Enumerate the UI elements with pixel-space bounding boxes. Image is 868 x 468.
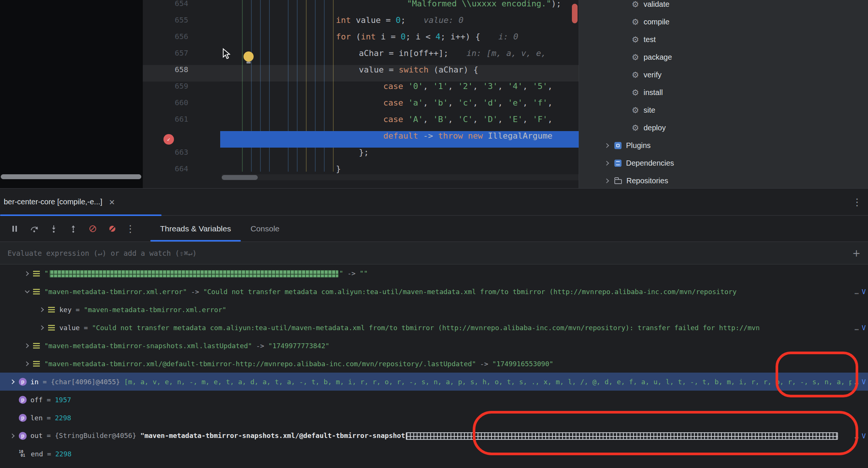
step-out-icon[interactable] <box>67 222 80 235</box>
line-number[interactable]: 657 <box>143 48 220 65</box>
maven-item-repositories[interactable]: Repositories <box>579 172 868 188</box>
code-line[interactable]: "Malformed \\uxxxx encoding."); <box>220 0 579 15</box>
line-number[interactable]: 655 <box>143 15 220 32</box>
error-stripe-mark[interactable] <box>572 4 578 23</box>
variable-row-error-key[interactable]: key = "maven-metadata-tbmirror.xml.error… <box>0 300 868 319</box>
line-number[interactable]: 659 <box>143 82 220 98</box>
code-line[interactable]: }; <box>220 148 579 164</box>
project-hscrollbar-thumb[interactable] <box>1 174 141 179</box>
view-link[interactable]: V <box>862 324 866 332</box>
line-number[interactable]: 660 <box>143 98 220 115</box>
code-line[interactable]: case 'A', 'B', 'C', 'D', 'E', 'F', <box>220 115 579 131</box>
chevron-right-icon[interactable] <box>7 427 19 445</box>
line-number[interactable]: 658 <box>143 65 220 82</box>
editor-hscrollbar-track[interactable] <box>222 174 579 180</box>
variable-row-in[interactable]: pin = {char[4096]@4055} [m, a, v, e, n, … <box>0 373 868 391</box>
text-segment: = <box>43 414 55 422</box>
add-watch-icon[interactable]: + <box>852 248 860 259</box>
chevron-right-icon[interactable] <box>7 373 19 391</box>
maven-item-dependencies[interactable]: Dependencies <box>579 154 868 172</box>
maven-item-plugins[interactable]: Plugins <box>579 137 868 154</box>
variable-row-off[interactable]: poff = 1957 <box>0 391 868 409</box>
code-line[interactable]: value = switch (aChar) { <box>220 65 579 82</box>
code-line[interactable]: case '0', '1', '2', '3', '4', '5', <box>220 82 579 98</box>
code-line[interactable]: case 'a', 'b', 'c', 'd', 'e', 'f', <box>220 98 579 115</box>
mute-breakpoints-icon[interactable] <box>86 222 99 235</box>
variable-row-hash-entry[interactable]: "" -> "" <box>0 264 868 282</box>
gear-icon: ⚙ <box>632 124 639 132</box>
code-line[interactable]: aChar = in[off++];in: [m, a, v, e, <box>220 48 579 65</box>
editor-hscrollbar-thumb[interactable] <box>222 175 258 180</box>
maven-item-site[interactable]: ⚙site <box>579 101 868 119</box>
variable-text: "maven-metadata-tbmirror.xml/@default-tb… <box>44 360 866 368</box>
line-number[interactable]: 654 <box>143 0 220 15</box>
breakpoints-muted-icon[interactable] <box>106 222 119 235</box>
variable-row-snapshots-lastupdated[interactable]: "maven-metadata-tbmirror-snapshots.xml.l… <box>0 337 868 355</box>
debug-panel: ber-center-core [compile,-e...] × ⋮ <box>0 188 868 468</box>
text-segment: 0 <box>401 32 405 41</box>
more-icon[interactable]: ⋮ <box>852 197 862 207</box>
more-icon[interactable]: ⋮ <box>126 224 135 234</box>
maven-item-compile[interactable]: ⚙compile <box>579 13 868 31</box>
chevron-right-icon[interactable] <box>21 337 33 355</box>
editor-pane[interactable]: 654655656657658659660661✓663664 "Malform… <box>143 0 579 188</box>
variable-row-default-tbmirror-lastupdated[interactable]: "maven-metadata-tbmirror.xml/@default-tb… <box>0 355 868 373</box>
variable-row-end[interactable]: 1001end = 2298 <box>0 445 868 463</box>
lightbulb-icon[interactable] <box>243 51 254 62</box>
maven-item-verify[interactable]: ⚙verify <box>579 66 868 84</box>
evaluate-expression-input[interactable]: Evaluate expression (↵) or add a watch (… <box>0 242 868 264</box>
variable-row-out[interactable]: pout = {StringBuilder@4056} "maven-metad… <box>0 427 868 445</box>
code-line[interactable]: for (int i = 0; i < 4; i++) {i: 0 <box>220 32 579 48</box>
editor-gutter[interactable]: 654655656657658659660661✓663664 <box>143 0 220 188</box>
text-segment: '0' <box>408 82 423 91</box>
chevron-right-icon[interactable] <box>36 319 48 337</box>
tab-console[interactable]: Console <box>241 216 289 242</box>
variable-text: "maven-metadata-tbmirror-snapshots.xml.l… <box>44 342 866 350</box>
tab-threads-variables[interactable]: Threads & Variables <box>150 216 241 242</box>
chevron-right-icon[interactable] <box>21 264 33 282</box>
pause-icon[interactable] <box>8 222 21 235</box>
step-over-icon[interactable] <box>28 222 41 235</box>
chevron-right-icon[interactable] <box>602 172 612 188</box>
chevron-right-icon[interactable] <box>21 355 33 373</box>
code-line[interactable]: int value = 0;value: 0 <box>220 15 579 32</box>
debug-tab[interactable]: ber-center-core [compile,-e...] × <box>4 189 115 215</box>
view-link[interactable]: V <box>862 432 866 440</box>
breakpoint-icon[interactable]: ✓ <box>163 134 174 145</box>
code-line[interactable]: default -> throw new IllegalArgume <box>220 131 579 148</box>
plugins-icon <box>614 142 622 149</box>
chevron-down-icon[interactable] <box>21 282 33 300</box>
maven-item-validate[interactable]: ⚙validate <box>579 0 868 13</box>
text-segment: int <box>336 15 351 25</box>
line-number[interactable]: ✓ <box>143 131 220 148</box>
parameter-icon: p <box>19 396 27 404</box>
variable-row-error-entry[interactable]: "maven-metadata-tbmirror.xml.error" -> "… <box>0 282 868 300</box>
text-segment: '3' <box>483 82 498 91</box>
line-number[interactable]: 663 <box>143 148 220 164</box>
text-segment: throw <box>438 131 463 140</box>
variables-panel[interactable]: "" -> """maven-metadata-tbmirror.xml.err… <box>0 264 868 468</box>
line-number[interactable]: 661 <box>143 115 220 131</box>
maven-item-package[interactable]: ⚙package <box>579 48 868 66</box>
step-into-icon[interactable] <box>47 222 60 235</box>
variable-row-partial[interactable]: 1001 <box>0 463 868 468</box>
chevron-right-icon[interactable] <box>602 154 612 172</box>
variable-row-error-value[interactable]: value = "Could not transfer metadata com… <box>0 319 868 337</box>
close-icon[interactable]: × <box>109 197 115 207</box>
maven-item-install[interactable]: ⚙install <box>579 84 868 101</box>
view-link[interactable]: V <box>862 288 866 296</box>
maven-item-label: Repositories <box>626 177 668 185</box>
debug-view-tabs: Threads & Variables Console <box>150 216 289 242</box>
text-segment: switch <box>399 65 428 74</box>
text-segment: , <box>523 115 533 124</box>
chevron-right-icon[interactable] <box>602 137 612 154</box>
editor-code[interactable]: "Malformed \\uxxxx encoding.");int value… <box>220 0 579 188</box>
line-number[interactable]: 656 <box>143 32 220 48</box>
chevron-right-icon[interactable] <box>36 300 48 319</box>
variable-row-len[interactable]: plen = 2298 <box>0 409 868 427</box>
maven-item-list: ⚙validate⚙compile⚙test⚙package⚙verify⚙in… <box>579 0 868 188</box>
line-number[interactable]: 664 <box>143 164 220 181</box>
maven-item-test[interactable]: ⚙test <box>579 31 868 48</box>
maven-item-deploy[interactable]: ⚙deploy <box>579 119 868 137</box>
view-link[interactable]: V <box>862 378 866 386</box>
